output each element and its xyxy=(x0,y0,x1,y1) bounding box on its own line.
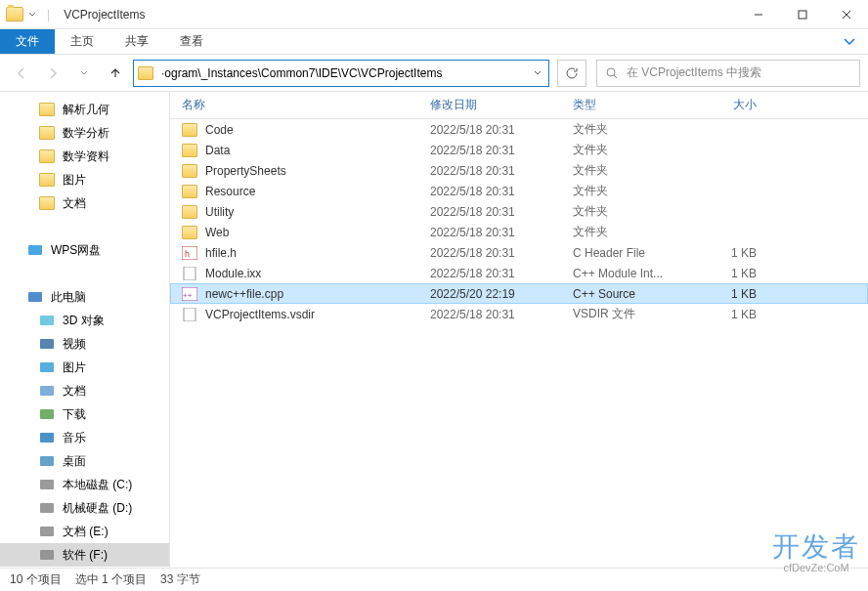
ribbon-help-icon[interactable] xyxy=(831,29,868,54)
sidebar-item[interactable]: 视频 xyxy=(0,332,169,356)
sidebar-item-label: 桌面 xyxy=(63,453,86,470)
titlebar-icons: | VCProjectItems xyxy=(0,7,145,21)
close-button[interactable] xyxy=(824,0,868,29)
sidebar-item[interactable]: 本地磁盘 (C:) xyxy=(0,473,169,496)
address-bar[interactable]: ·ogram\_Instances\Common7\IDE\VC\VCProje… xyxy=(133,60,549,87)
tab-share[interactable]: 共享 xyxy=(109,29,164,54)
sidebar-item[interactable]: 桌面 xyxy=(0,449,169,473)
address-folder-icon xyxy=(134,66,157,80)
qat-dropdown-icon[interactable] xyxy=(27,10,37,20)
content: 解析几何数学分析数学资料图片文档WPS网盘此电脑3D 对象视频图片文档下载音乐桌… xyxy=(0,92,868,568)
table-row[interactable]: Code2022/5/18 20:31文件夹 xyxy=(170,119,868,140)
tab-view[interactable]: 查看 xyxy=(164,29,219,54)
svg-rect-15 xyxy=(40,527,54,536)
col-date[interactable]: 修改日期 xyxy=(430,97,573,113)
table-row[interactable]: Utility2022/5/18 20:31文件夹 xyxy=(170,201,868,222)
folder-icon xyxy=(182,123,197,137)
file-date: 2022/5/18 20:31 xyxy=(430,164,573,178)
file-date: 2022/5/18 20:31 xyxy=(430,267,573,280)
file-date: 2022/5/18 20:31 xyxy=(430,185,573,198)
table-row[interactable]: Data2022/5/18 20:31文件夹 xyxy=(170,140,868,160)
table-row[interactable]: PropertySheets2022/5/18 20:31文件夹 xyxy=(170,160,868,181)
status-selection: 选中 1 个项目 xyxy=(75,571,147,588)
sidebar-item xyxy=(0,215,169,238)
sidebar-item[interactable]: 文档 xyxy=(0,191,169,215)
file-type: 文件夹 xyxy=(573,203,690,220)
sidebar[interactable]: 解析几何数学分析数学资料图片文档WPS网盘此电脑3D 对象视频图片文档下载音乐桌… xyxy=(0,92,170,568)
file-name: Utility xyxy=(205,205,430,219)
file-type: C Header File xyxy=(573,246,690,260)
sidebar-item-label: 数学分析 xyxy=(63,125,109,142)
recent-dropdown[interactable] xyxy=(70,60,98,87)
svg-rect-9 xyxy=(40,386,54,396)
file-name: Web xyxy=(205,226,430,239)
folder-icon xyxy=(6,7,23,21)
file-size: 1 KB xyxy=(690,308,757,321)
maximize-button[interactable] xyxy=(780,0,824,29)
col-size[interactable]: 大小 xyxy=(690,97,768,113)
column-headers[interactable]: 名称 修改日期 类型 大小 xyxy=(170,92,868,119)
sidebar-item[interactable]: WPS网盘 xyxy=(0,238,169,262)
file-type: 文件夹 xyxy=(573,224,690,240)
table-row[interactable]: hhfile.h2022/5/18 20:31C Header File1 KB xyxy=(170,242,868,263)
folder-icon xyxy=(182,185,197,198)
sidebar-item[interactable]: 下载 xyxy=(0,402,169,426)
table-row[interactable]: VCProjectItems.vsdir2022/5/18 20:31VSDIR… xyxy=(170,304,868,324)
sidebar-item[interactable]: 文档 xyxy=(0,379,169,402)
folder-icon xyxy=(182,144,197,157)
up-button[interactable] xyxy=(102,60,129,87)
table-row[interactable]: ++newc++file.cpp2022/5/20 22:19C++ Sourc… xyxy=(170,283,868,304)
tab-file[interactable]: 文件 xyxy=(0,29,55,54)
svg-rect-7 xyxy=(40,339,54,349)
sidebar-item-label: 视频 xyxy=(63,336,86,353)
sidebar-item[interactable]: 3D 对象 xyxy=(0,309,169,332)
folder-icon xyxy=(182,164,197,178)
sidebar-item-label: 数学资料 xyxy=(63,148,109,165)
col-type[interactable]: 类型 xyxy=(573,97,690,113)
table-row[interactable]: Resource2022/5/18 20:31文件夹 xyxy=(170,181,868,201)
sidebar-item[interactable]: 解析几何 xyxy=(0,98,169,121)
sidebar-item[interactable]: 数学资料 xyxy=(0,145,169,168)
refresh-button[interactable] xyxy=(557,60,586,87)
file-size: 1 KB xyxy=(690,246,757,260)
sidebar-item-label: 本地磁盘 (C:) xyxy=(63,477,132,493)
sidebar-item[interactable]: 图片 xyxy=(0,356,169,379)
minimize-button[interactable] xyxy=(736,0,780,29)
search-placeholder: 在 VCProjectItems 中搜索 xyxy=(627,64,761,81)
file-list[interactable]: Code2022/5/18 20:31文件夹Data2022/5/18 20:3… xyxy=(170,119,868,568)
table-row[interactable]: Web2022/5/18 20:31文件夹 xyxy=(170,222,868,242)
svg-rect-5 xyxy=(28,292,42,302)
sidebar-item[interactable]: 此电脑 xyxy=(0,285,169,309)
svg-rect-13 xyxy=(40,480,54,489)
file-name: Resource xyxy=(205,185,430,198)
forward-button[interactable] xyxy=(39,60,66,87)
sidebar-item-label: 文档 xyxy=(63,383,86,400)
sidebar-item[interactable]: 音乐 xyxy=(0,426,169,449)
sidebar-item-label: 图片 xyxy=(63,359,86,376)
sidebar-item[interactable]: 数学分析 xyxy=(0,121,169,145)
file-date: 2022/5/18 20:31 xyxy=(430,226,573,239)
svg-rect-20 xyxy=(184,267,195,280)
ribbon: 文件 主页 共享 查看 xyxy=(0,29,868,55)
address-dropdown-icon[interactable] xyxy=(527,68,548,78)
sidebar-item[interactable]: 机械硬盘 (D:) xyxy=(0,496,169,520)
sidebar-item-label: 解析几何 xyxy=(63,102,109,118)
tab-home[interactable]: 主页 xyxy=(55,29,109,54)
back-button[interactable] xyxy=(8,60,35,87)
sidebar-item-label: 文档 xyxy=(63,195,86,212)
table-row[interactable]: Module.ixx2022/5/18 20:31C++ Module Int.… xyxy=(170,263,868,283)
col-name[interactable]: 名称 xyxy=(182,97,430,113)
titlebar: | VCProjectItems xyxy=(0,0,868,29)
file-name: VCProjectItems.vsdir xyxy=(205,308,430,321)
sidebar-item-label: 文档 (E:) xyxy=(63,524,108,540)
sidebar-item[interactable]: 文档 (E:) xyxy=(0,520,169,543)
sidebar-item-label: 3D 对象 xyxy=(63,313,105,329)
file-type: C++ Module Int... xyxy=(573,267,690,280)
sidebar-item[interactable]: 软件 (F:) xyxy=(0,543,169,567)
address-text[interactable]: ·ogram\_Instances\Common7\IDE\VC\VCProje… xyxy=(157,66,527,80)
navbar: ·ogram\_Instances\Common7\IDE\VC\VCProje… xyxy=(0,55,868,92)
search-input[interactable]: 在 VCProjectItems 中搜索 xyxy=(596,60,860,87)
sidebar-item[interactable]: 图片 xyxy=(0,168,169,191)
file-type: 文件夹 xyxy=(573,183,690,199)
file-icon xyxy=(182,308,197,321)
